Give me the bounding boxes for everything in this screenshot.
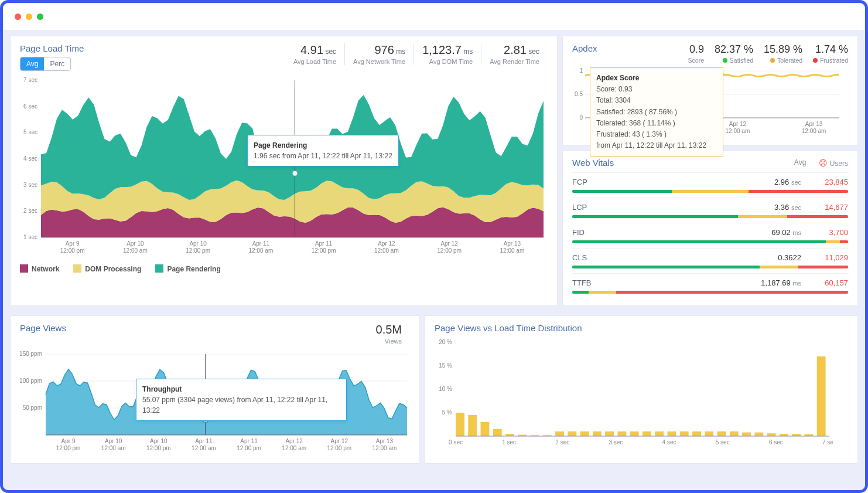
- browser-window: Page Load Time Avg Perc 4.91 secAvg Load…: [0, 0, 868, 493]
- page-views-chart[interactable]: 150 ppm100 ppm50 ppmApr 912:00 pmApr 101…: [20, 351, 410, 456]
- minimize-icon[interactable]: [26, 13, 32, 20]
- wv-bar: [572, 240, 848, 243]
- web-vitals-title: Web Vitals: [572, 158, 614, 168]
- svg-rect-83: [643, 431, 651, 436]
- svg-rect-82: [630, 431, 639, 436]
- svg-text:Apr 10: Apr 10: [150, 438, 168, 444]
- svg-text:7 sec: 7 sec: [822, 439, 833, 446]
- distribution-title: Page Views vs Load Time Distribution: [435, 323, 848, 333]
- panel-apdex: Apdex 0.9Score 82.37 %Satisfied 15.89 %T…: [562, 36, 858, 145]
- svg-text:6 sec: 6 sec: [769, 439, 783, 446]
- wv-users: 11,029: [813, 253, 848, 262]
- svg-text:Apr 11: Apr 11: [315, 240, 333, 247]
- apdex-frustrated-value: 1.74 %: [813, 43, 848, 56]
- avg-perc-toggle[interactable]: Avg Perc: [20, 57, 71, 71]
- svg-text:12:00 pm: 12:00 pm: [60, 247, 85, 254]
- svg-text:12:00 pm: 12:00 pm: [237, 445, 261, 451]
- svg-text:5 sec: 5 sec: [716, 439, 730, 446]
- svg-text:12:00 am: 12:00 am: [802, 128, 826, 134]
- wv-value: 3.36 sec: [774, 203, 801, 212]
- svg-rect-91: [742, 433, 751, 436]
- page-load-legend: Network DOM Processing Page Rendering: [20, 264, 548, 273]
- wv-value: 69.02 ms: [771, 228, 801, 237]
- wv-row-fid[interactable]: FID 69.02 ms 3,700: [572, 223, 848, 248]
- svg-rect-76: [555, 431, 564, 436]
- apdex-satisfied-value: 82.37 %: [715, 43, 753, 56]
- svg-text:Apr 12: Apr 12: [331, 438, 348, 444]
- swatch-icon: [20, 264, 28, 273]
- apdex-chart[interactable]: 10.50Apr 1212:00 amApr 1312:00 am Apdex …: [572, 67, 848, 138]
- legend-network: Network: [20, 264, 59, 273]
- wv-name: FCP: [572, 178, 587, 186]
- metric-load-label: Avg Load Time: [293, 58, 336, 65]
- sad-face-icon: ☹: [819, 158, 828, 168]
- apdex-score-label: Score: [688, 57, 704, 64]
- svg-rect-90: [730, 431, 739, 436]
- svg-text:12:00 am: 12:00 am: [373, 445, 397, 451]
- wv-row-ttfb[interactable]: TTFB 1,187.69 ms 60,157: [572, 273, 848, 298]
- svg-text:12:00 pm: 12:00 pm: [312, 247, 336, 254]
- svg-rect-80: [605, 431, 614, 436]
- dashboard: Page Load Time Avg Perc 4.91 secAvg Load…: [3, 30, 865, 490]
- wv-name: FID: [572, 228, 585, 237]
- svg-rect-79: [593, 431, 602, 436]
- svg-text:12:00 am: 12:00 am: [101, 445, 126, 451]
- svg-text:4 sec: 4 sec: [662, 439, 676, 446]
- svg-text:12:00 am: 12:00 am: [374, 247, 399, 254]
- metric-load-value: 4.91: [300, 43, 323, 56]
- svg-text:0.5: 0.5: [575, 91, 583, 97]
- metric-dom-value: 1,123.7: [422, 43, 462, 56]
- svg-rect-71: [493, 429, 502, 436]
- wv-row-cls[interactable]: CLS 0.3622 11,029: [572, 248, 848, 273]
- distribution-chart[interactable]: 20 %15 %10 %5 %0 sec1 sec2 sec3 sec4 sec…: [435, 339, 848, 450]
- page-load-chart[interactable]: 7 sec6 sec5 sec4 sec3 sec2 sec1 secApr 9…: [20, 77, 548, 259]
- svg-text:Apr 9: Apr 9: [66, 240, 80, 247]
- maximize-icon[interactable]: [37, 13, 43, 20]
- svg-rect-93: [767, 433, 776, 436]
- svg-text:5 %: 5 %: [442, 409, 452, 416]
- svg-text:Apr 13: Apr 13: [504, 240, 521, 247]
- svg-rect-69: [468, 415, 477, 436]
- wv-name: CLS: [572, 253, 587, 262]
- svg-text:Apr 11: Apr 11: [240, 438, 258, 444]
- toggle-avg[interactable]: Avg: [20, 57, 44, 70]
- svg-text:3 sec: 3 sec: [23, 182, 37, 188]
- wv-value: 2.96 sec: [774, 178, 801, 186]
- svg-text:3 sec: 3 sec: [609, 439, 623, 446]
- close-icon[interactable]: [15, 13, 21, 20]
- svg-text:50 ppm: 50 ppm: [23, 404, 42, 411]
- svg-text:6 sec: 6 sec: [23, 103, 37, 110]
- svg-rect-94: [780, 434, 788, 436]
- svg-rect-92: [754, 433, 763, 436]
- svg-text:12:00 pm: 12:00 pm: [437, 247, 462, 254]
- svg-text:12:00 am: 12:00 am: [192, 445, 216, 451]
- legend-dom: DOM Processing: [73, 264, 141, 273]
- panel-page-load-time: Page Load Time Avg Perc 4.91 secAvg Load…: [10, 36, 558, 306]
- svg-text:4 sec: 4 sec: [23, 155, 37, 162]
- svg-text:12:00 pm: 12:00 pm: [186, 247, 210, 254]
- dot-satisfied-icon: [723, 58, 727, 63]
- svg-text:12:00 am: 12:00 am: [282, 445, 306, 451]
- svg-text:2 sec: 2 sec: [23, 208, 37, 214]
- wv-row-fcp[interactable]: FCP 2.96 sec 23,845: [572, 172, 848, 198]
- page-views-title: Page Views: [20, 323, 66, 333]
- svg-rect-95: [792, 434, 801, 436]
- metric-network-label: Avg Network Time: [353, 58, 405, 65]
- svg-text:Apr 10: Apr 10: [189, 240, 207, 247]
- wv-bar: [572, 215, 848, 218]
- swatch-icon: [73, 264, 81, 273]
- svg-rect-97: [817, 356, 826, 436]
- toggle-perc[interactable]: Perc: [44, 57, 70, 70]
- svg-text:12:00 pm: 12:00 pm: [146, 445, 171, 451]
- svg-text:1 sec: 1 sec: [502, 439, 516, 446]
- wv-users: 14,677: [813, 203, 848, 212]
- svg-text:0 sec: 0 sec: [449, 439, 463, 446]
- page-views-label: Views: [376, 338, 402, 345]
- page-views-tooltip: Throughput 55.07 ppm (3304 page views) f…: [136, 379, 347, 421]
- svg-text:12:00 pm: 12:00 pm: [327, 445, 351, 451]
- wv-row-lcp[interactable]: LCP 3.36 sec 14,677: [572, 198, 848, 223]
- svg-rect-86: [680, 431, 689, 436]
- svg-rect-81: [617, 431, 626, 436]
- wv-users: 23,845: [813, 178, 848, 186]
- svg-text:Apr 13: Apr 13: [805, 121, 823, 127]
